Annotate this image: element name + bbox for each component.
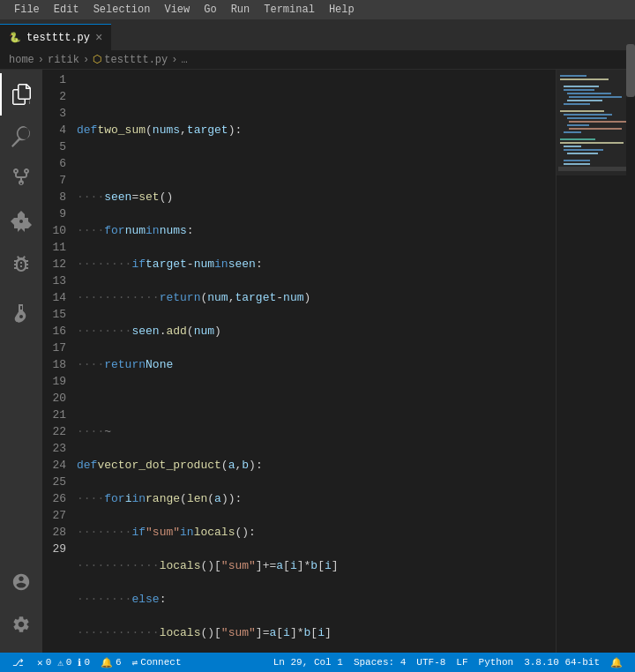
menu-help[interactable]: Help: [322, 0, 362, 19]
status-notification-count: 6: [116, 657, 122, 668]
editor-area[interactable]: 1 2 3 4 5 6 7 8 9 10 11 12 13 14 15 16 1…: [42, 70, 635, 653]
breadcrumb-icon: ⬡: [93, 53, 101, 66]
code-line-9: ····return None: [77, 356, 556, 373]
code-line-16: ········else:: [77, 591, 556, 608]
code-line-11: ····~: [77, 423, 556, 440]
code-line-6: ········if target - num in seen:: [77, 256, 556, 273]
code-editor[interactable]: def two_sum(nums, target): ····seen = se…: [73, 70, 556, 653]
code-line-13: ····for i in range(len(a)):: [77, 490, 556, 507]
python-file-icon: 🐍: [9, 32, 21, 43]
code-line-8: ········seen.add(num): [77, 323, 556, 340]
menu-selection[interactable]: Selection: [86, 0, 158, 19]
connect-icon: ⇌: [132, 657, 138, 668]
status-eol[interactable]: LF: [451, 653, 473, 672]
status-python-version[interactable]: 3.8.10 64-bit: [519, 653, 605, 672]
status-line-col[interactable]: Ln 29, Col 1: [268, 653, 348, 672]
menu-edit[interactable]: Edit: [47, 0, 86, 19]
activity-source-control[interactable]: [0, 158, 42, 200]
activity-explorer[interactable]: [0, 73, 42, 116]
status-connect[interactable]: ⇌ Connect: [127, 653, 187, 672]
activity-search[interactable]: [0, 116, 42, 158]
line-numbers: 1 2 3 4 5 6 7 8 9 10 11 12 13 14 15 16 1…: [42, 70, 73, 653]
breadcrumb-home[interactable]: home: [9, 54, 34, 66]
feedback-icon: 🔔: [610, 657, 623, 668]
activity-settings[interactable]: [0, 603, 42, 646]
status-error-count: 0: [46, 657, 52, 668]
activity-extensions[interactable]: [0, 200, 42, 243]
menu-terminal[interactable]: Terminal: [257, 0, 322, 19]
code-line-17: ············locals()["sum"] = a[i] * b[i…: [77, 624, 556, 641]
code-line-5: ····for num in nums:: [77, 222, 556, 239]
code-line-15: ············locals()["sum"] += a[i] * b[…: [77, 557, 556, 574]
status-spaces-label: Spaces: 4: [354, 657, 406, 668]
code-line-14: ········if "sum" in locals():: [77, 524, 556, 541]
menu-run[interactable]: Run: [224, 0, 258, 19]
status-warning-count: 0: [66, 657, 72, 668]
tab-close-button[interactable]: ×: [95, 31, 102, 45]
status-git-branch[interactable]: ⎇: [7, 653, 32, 672]
breadcrumb: home › ritik › ⬡ testttt.py › …: [0, 50, 635, 70]
scrollbar-thumb[interactable]: [626, 70, 635, 97]
status-info-count: 0: [84, 657, 90, 668]
status-encoding[interactable]: UTF-8: [411, 653, 451, 672]
code-line-10: [77, 390, 556, 407]
status-language-label: Python: [479, 657, 514, 668]
main-content: 1 2 3 4 5 6 7 8 9 10 11 12 13 14 15 16 1…: [0, 70, 635, 653]
status-line-col-label: Ln 29, Col 1: [273, 657, 343, 668]
activity-debug[interactable]: [0, 243, 42, 285]
status-errors[interactable]: ✕ 0 ⚠ 0 ℹ 0: [32, 653, 95, 672]
status-connect-label: Connect: [140, 657, 181, 668]
tab-bar: 🐍 testttt.py ×: [0, 19, 635, 50]
status-bar: ⎇ ✕ 0 ⚠ 0 ℹ 0 🔔 6 ⇌ Connect Ln 29, Col 1…: [0, 653, 635, 672]
scrollbar[interactable]: [626, 70, 635, 653]
tab-testttt-py[interactable]: 🐍 testttt.py ×: [0, 24, 111, 50]
git-icon: ⎇: [12, 657, 24, 668]
code-line-3: [77, 155, 556, 172]
code-line-7: ············return (num, target - num): [77, 289, 556, 306]
code-line-1: [77, 88, 556, 105]
minimap-slider[interactable]: [557, 70, 626, 175]
activity-testing[interactable]: [0, 292, 42, 334]
activity-bar-bottom: [0, 561, 42, 653]
code-line-4: ····seen = set(): [77, 189, 556, 205]
code-line-2: def two_sum(nums, target):: [77, 122, 556, 138]
menu-file[interactable]: File: [7, 0, 47, 19]
menu-go[interactable]: Go: [197, 0, 223, 19]
status-encoding-label: UTF-8: [416, 657, 445, 668]
bell-icon: 🔔: [101, 657, 113, 668]
warning-icon: ⚠: [57, 657, 64, 668]
breadcrumb-file[interactable]: testttt.py: [104, 54, 168, 66]
info-icon: ℹ: [78, 657, 81, 668]
menu-view[interactable]: View: [157, 0, 197, 19]
menu-bar: File Edit Selection View Go Run Terminal…: [0, 0, 635, 19]
minimap[interactable]: [556, 70, 626, 653]
status-feedback[interactable]: 🔔: [605, 653, 628, 672]
status-python-version-label: 3.8.10 64-bit: [524, 657, 600, 668]
status-notifications[interactable]: 🔔 6: [95, 653, 127, 672]
status-eol-label: LF: [456, 657, 467, 668]
breadcrumb-ritik[interactable]: ritik: [48, 54, 79, 66]
status-spaces[interactable]: Spaces: 4: [348, 653, 411, 672]
tab-filename: testttt.py: [26, 32, 90, 44]
error-icon: ✕: [37, 657, 43, 668]
activity-bar: [0, 70, 42, 653]
code-line-12: def vector_dot_product(a, b):: [77, 457, 556, 474]
breadcrumb-ellipsis[interactable]: …: [181, 54, 187, 66]
status-language[interactable]: Python: [474, 653, 519, 672]
activity-account[interactable]: [0, 561, 42, 603]
